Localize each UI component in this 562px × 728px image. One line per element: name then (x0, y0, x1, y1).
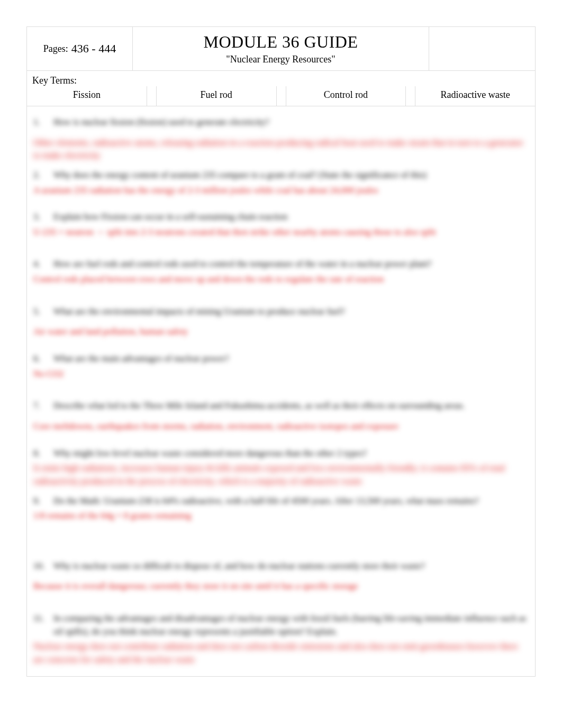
a-text: Nuclear energy does not contribute radia… (33, 640, 529, 666)
q-num: 2. (33, 169, 45, 182)
pages-cell: Pages: 436 - 444 (27, 27, 133, 70)
q-num: 5. (33, 305, 45, 319)
keyterm-2: Fuel rod (157, 86, 277, 106)
header-spacer (429, 27, 535, 70)
a-text: A uranium 235 radiation has the energy o… (33, 184, 529, 197)
a-text: U-235 + neutron → split into 2-3 neutron… (33, 226, 529, 239)
a-text: Air water and land pollution, human safe… (33, 325, 529, 339)
qa-7: 7.Describe what led to the Three Mile Is… (33, 399, 529, 433)
a-text: 1/8 remains of the 64g = 8 grams remaini… (33, 509, 529, 523)
q-text: What are the main advantages of nuclear … (53, 352, 229, 366)
worksheet-container: Pages: 436 - 444 MODULE 36 GUIDE "Nuclea… (26, 26, 536, 677)
q-text: In comparing the advantages and disadvan… (53, 612, 529, 638)
q-text: Explain how Fission can occur in a self-… (53, 211, 287, 224)
keyterm-sep (277, 86, 286, 106)
qa-6: 6.What are the main advantages of nuclea… (33, 352, 529, 380)
keyterm-4: Radioactive waste (415, 86, 535, 106)
keyterm-3: Control rod (286, 86, 406, 106)
pages-label: Pages: (43, 43, 68, 54)
qa-2: 2.Why does the energy content of uranium… (33, 169, 529, 197)
q-text: Do the Math: Uranium-238 is 64% radioact… (53, 495, 479, 508)
pages-value: 436 - 444 (71, 42, 116, 56)
q-num: 11. (33, 612, 45, 638)
qa-4: 4.How are fuel rods and control rods use… (33, 258, 529, 286)
q-text: Why does the energy content of uranium 2… (53, 169, 427, 182)
q-num: 7. (33, 399, 45, 413)
q-num: 10. (33, 560, 45, 573)
a-text: Because it is overall dangerous; current… (33, 580, 529, 593)
title-cell: MODULE 36 GUIDE "Nuclear Energy Resource… (133, 27, 429, 70)
q-text: Why might low-level nuclear waste consid… (53, 447, 367, 460)
a-text: Control rods placed between rows and mov… (33, 273, 529, 286)
module-subtitle: "Nuclear Energy Resources" (226, 54, 335, 65)
header-row: Pages: 436 - 444 MODULE 36 GUIDE "Nuclea… (27, 27, 535, 71)
keyterms-row: Fission Fuel rod Control rod Radioactive… (27, 86, 535, 106)
keyterms-label: Key Terms: (27, 71, 535, 86)
qa-5: 5.What are the environmental impacts of … (33, 305, 529, 339)
q-text: Why is nuclear waste so difficult to dis… (53, 560, 425, 573)
q-num: 8. (33, 447, 45, 460)
qa-11: 11.In comparing the advantages and disad… (33, 612, 529, 667)
qa-3: 3.Explain how Fission can occur in a sel… (33, 211, 529, 239)
qa-1: 1.How is nuclear fission (fission) used … (33, 116, 529, 162)
q-text: How are fuel rods and control rods used … (53, 258, 431, 271)
q-num: 6. (33, 352, 45, 366)
q-num: 3. (33, 211, 45, 224)
a-text: It emits high radiations, increases huma… (33, 462, 529, 488)
keyterm-1: Fission (27, 86, 147, 106)
keyterm-sep (406, 86, 415, 106)
qa-8: 8.Why might low-level nuclear waste cons… (33, 447, 529, 488)
module-title: MODULE 36 GUIDE (204, 32, 358, 52)
q-text: What are the environmental impacts of mi… (53, 305, 345, 319)
qa-9: 9.Do the Math: Uranium-238 is 64% radioa… (33, 495, 529, 523)
a-text: No CO2 (33, 368, 529, 381)
keyterm-sep (147, 86, 157, 106)
questions-area: 1.How is nuclear fission (fission) used … (27, 106, 535, 676)
a-text: Other elements, radioactive atoms, relea… (33, 136, 529, 162)
q-num: 9. (33, 495, 45, 508)
q-text: Describe what led to the Three Mile Isla… (53, 399, 465, 413)
q-text: How is nuclear fission (fission) used to… (53, 116, 269, 129)
qa-10: 10.Why is nuclear waste so difficult to … (33, 560, 529, 593)
q-num: 1. (33, 116, 45, 129)
a-text: Core meltdowns, earthquakes from storms,… (33, 420, 529, 433)
q-num: 4. (33, 258, 45, 271)
